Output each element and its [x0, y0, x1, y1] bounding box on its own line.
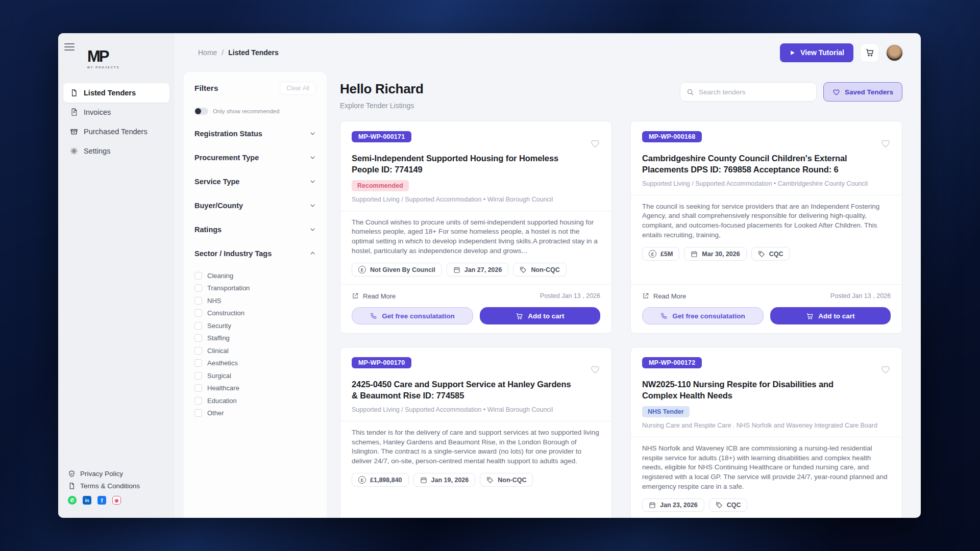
read-more-link[interactable]: Read More	[642, 292, 686, 300]
view-tutorial-button[interactable]: View Tutorial	[780, 43, 853, 62]
instagram-icon[interactable]	[112, 496, 121, 505]
tender-chips: £5M Mar 30, 2026 CQC	[642, 247, 891, 261]
search-input[interactable]	[699, 88, 810, 96]
tender-cards-grid: MP-WP-000171 Semi-Independent Supported …	[340, 121, 902, 518]
favorite-heart-icon[interactable]	[880, 138, 891, 148]
checkbox[interactable]	[194, 284, 202, 292]
add-to-cart-button[interactable]: Add to cart	[770, 307, 891, 324]
deadline-chip: Jan 23, 2026	[642, 498, 704, 512]
privacy-policy-link[interactable]: Privacy Policy	[68, 470, 175, 478]
recommended-toggle[interactable]	[194, 108, 208, 115]
tag-icon	[486, 477, 494, 484]
tag-checkbox-construction[interactable]: Construction	[194, 307, 316, 320]
breadcrumb-home[interactable]: Home	[198, 48, 217, 57]
posted-date: Posted Jan 13 , 2026	[830, 292, 891, 299]
tag-icon	[520, 266, 527, 273]
whatsapp-icon[interactable]	[68, 496, 77, 505]
linkedin-icon[interactable]	[83, 496, 91, 505]
tender-chips: Not Given By Council Jan 27, 2026 Non-CQ…	[352, 263, 600, 277]
chevron-down-icon	[309, 130, 316, 137]
breadcrumb-current: Listed Tenders	[228, 48, 279, 57]
sidebar-item-settings[interactable]: Settings	[63, 141, 169, 161]
posted-date: Posted Jan 13 , 2026	[540, 292, 600, 299]
tag-checkbox-other[interactable]: Other	[194, 407, 316, 420]
status-badge: Recommended	[352, 180, 409, 191]
chevron-down-icon	[309, 202, 316, 209]
tag-checkbox-nhs[interactable]: NHS	[194, 294, 316, 307]
filter-section-sector-industry-tags[interactable]: Sector / Industry Tags	[194, 241, 316, 265]
cqc-chip: Non-CQC	[513, 263, 566, 277]
breadcrumb-separator: /	[222, 48, 224, 57]
sidebar-item-listed-tenders[interactable]: Listed Tenders	[63, 83, 169, 103]
tag-checkbox-surgical[interactable]: Surgical	[194, 369, 316, 382]
tag-checkbox-clinical[interactable]: Clinical	[194, 344, 316, 357]
checkbox[interactable]	[194, 347, 202, 355]
checkbox[interactable]	[194, 297, 202, 305]
read-more-link[interactable]: Read More	[352, 292, 396, 300]
app-window: MP MY PROJECTS Listed Tenders Invoices P…	[58, 33, 921, 518]
sidebar-item-invoices[interactable]: Invoices	[63, 103, 169, 122]
terms-conditions-link[interactable]: Terms & Conditions	[68, 482, 175, 490]
checkbox[interactable]	[194, 397, 202, 405]
cart-icon	[806, 312, 814, 320]
logo-text: MP	[87, 48, 175, 64]
tender-ref-badge: MP-WP-000170	[352, 357, 411, 368]
tag-checkbox-security[interactable]: Security	[194, 319, 316, 332]
saved-tenders-button[interactable]: Saved Tenders	[823, 82, 902, 102]
document-icon	[68, 482, 76, 490]
deadline-chip: Jan 19, 2026	[413, 473, 476, 487]
topbar-actions: View Tutorial	[780, 43, 903, 62]
tag-checkbox-healthcare[interactable]: Healthcare	[194, 382, 316, 395]
chevron-down-icon	[309, 178, 316, 185]
filter-section-registration-status[interactable]: Registration Status	[194, 121, 316, 145]
calendar-icon	[691, 251, 698, 258]
greeting-block: Hello Richard Explore Tender Listings	[340, 81, 424, 110]
checkbox[interactable]	[194, 372, 202, 380]
user-avatar[interactable]	[886, 44, 903, 62]
add-to-cart-button[interactable]: Add to cart	[480, 307, 600, 324]
sidebar-item-label: Invoices	[84, 108, 111, 116]
sidebar-item-purchased-tenders[interactable]: Purchased Tenders	[63, 122, 169, 141]
filter-section-buyer-county[interactable]: Buyer/County	[194, 193, 316, 217]
tag-checkbox-aesthetics[interactable]: Aesthetics	[194, 357, 316, 370]
app-logo: MP MY PROJECTS	[87, 48, 175, 69]
filters-title: Filters	[194, 84, 218, 93]
main-area: Home / Listed Tenders View Tutorial Filt…	[175, 33, 921, 518]
checkbox[interactable]	[194, 384, 202, 392]
checkbox[interactable]	[194, 359, 202, 367]
tender-ref-badge: MP-WP-000172	[642, 357, 702, 368]
tag-checkbox-transportation[interactable]: Transportation	[194, 282, 316, 295]
body-row: Filters Clear All Only show recommended …	[175, 72, 921, 518]
checkbox[interactable]	[194, 309, 202, 317]
cart-button[interactable]	[860, 43, 879, 62]
get-consultation-button[interactable]: Get free consulatation	[642, 307, 764, 324]
tender-category: Supported Living / Supported Accommodati…	[352, 196, 600, 203]
checkbox[interactable]	[194, 322, 202, 330]
calendar-icon	[649, 502, 656, 509]
checkbox[interactable]	[194, 272, 202, 280]
tender-title: Semi-Independent Supported Housing for H…	[352, 153, 600, 176]
favorite-heart-icon[interactable]	[880, 364, 891, 374]
tag-checkbox-education[interactable]: Education	[194, 394, 316, 407]
checkbox[interactable]	[194, 409, 202, 417]
clear-all-button[interactable]: Clear All	[280, 82, 316, 95]
tender-title: Cambridgeshire County Council Children's…	[642, 153, 891, 176]
filter-section-procurement-type[interactable]: Procurement Type	[194, 145, 316, 169]
checkbox[interactable]	[194, 334, 202, 342]
tag-checkbox-staffing[interactable]: Staffing	[194, 332, 316, 345]
hamburger-menu-icon[interactable]	[64, 41, 75, 53]
tag-checkbox-cleaning[interactable]: Cleaning	[194, 269, 316, 282]
tender-title: NW2025-110 Nursing Respite for Disabilit…	[642, 379, 891, 402]
favorite-heart-icon[interactable]	[590, 364, 600, 374]
favorite-heart-icon[interactable]	[590, 138, 600, 148]
tender-description: The council is seeking for service provi…	[642, 202, 891, 241]
logo-subtext: MY PROJECTS	[87, 66, 175, 69]
get-consultation-button[interactable]: Get free consulatation	[352, 307, 473, 324]
page-subtitle: Explore Tender Listings	[340, 102, 424, 110]
pound-icon	[358, 266, 366, 273]
tender-card: MP-WP-000168 Cambridgeshire County Counc…	[630, 121, 902, 334]
filter-section-service-type[interactable]: Service Type	[194, 169, 316, 193]
facebook-icon[interactable]	[97, 496, 106, 505]
tender-description: The Council wishes to procure units of s…	[352, 218, 600, 257]
filter-section-ratings[interactable]: Ratings	[194, 217, 316, 241]
